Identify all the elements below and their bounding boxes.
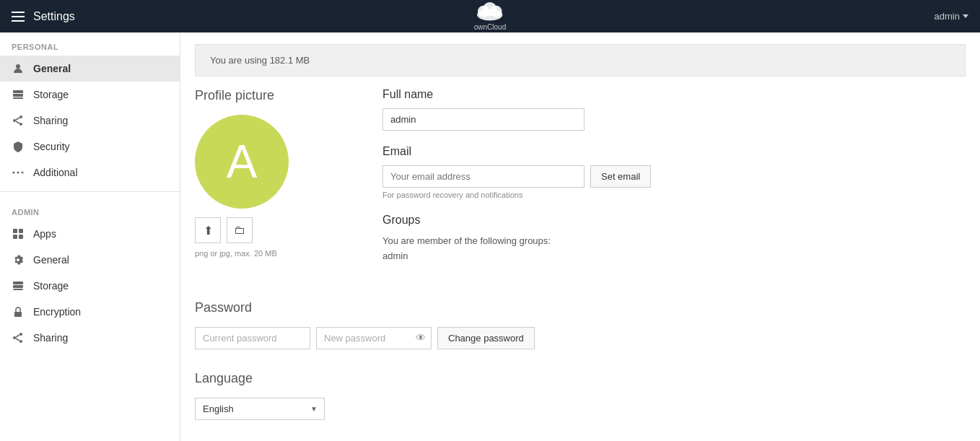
sidebar-item-admin-storage[interactable]: Storage [0, 273, 180, 299]
avatar-actions: ⬆ 🗀 [195, 217, 339, 243]
language-section: Language English German French [195, 371, 966, 420]
sidebar-item-additional[interactable]: Additional [0, 160, 180, 185]
svg-point-15 [22, 172, 24, 174]
sidebar-item-apps-label: Apps [33, 228, 56, 240]
change-password-button[interactable]: Change password [437, 327, 535, 349]
sidebar-item-admin-storage-label: Storage [33, 280, 69, 292]
apps-icon [12, 227, 25, 240]
menu-button[interactable] [12, 12, 25, 22]
svg-rect-19 [19, 235, 23, 239]
sidebar-item-storage-label: Storage [33, 89, 69, 100]
storage-icon-admin [12, 279, 25, 292]
password-row: 👁 Change password [195, 327, 966, 349]
language-select-wrap: English German French [195, 398, 325, 420]
sidebar-item-sharing[interactable]: Sharing [0, 108, 180, 134]
toggle-password-icon[interactable]: 👁 [416, 332, 426, 344]
svg-point-24 [19, 333, 22, 336]
user-label: admin [935, 11, 960, 22]
admin-section-label: Admin [0, 198, 180, 221]
usage-text: You are using 182.1 MB [210, 55, 310, 66]
sidebar-item-sharing-label: Sharing [33, 115, 68, 126]
svg-point-13 [13, 172, 15, 174]
full-name-input[interactable] [382, 108, 585, 131]
sidebar-item-admin-general[interactable]: General [0, 247, 180, 273]
sidebar-item-apps[interactable]: Apps [0, 221, 180, 247]
svg-rect-20 [13, 281, 23, 284]
svg-line-12 [16, 121, 19, 123]
svg-rect-22 [13, 289, 23, 290]
usage-banner: You are using 182.1 MB [195, 44, 966, 77]
gear-icon [12, 253, 25, 266]
storage-icon [12, 88, 25, 101]
sidebar-item-storage[interactable]: Storage [0, 82, 180, 108]
sidebar-item-general-label: General [33, 63, 71, 74]
svg-point-8 [19, 115, 22, 118]
svg-point-3 [483, 2, 496, 16]
svg-point-4 [16, 64, 20, 69]
sidebar-item-additional-label: Additional [33, 167, 78, 178]
svg-point-26 [19, 340, 22, 343]
new-password-input[interactable] [316, 327, 432, 349]
password-section: Password 👁 Change password [195, 300, 966, 349]
profile-picture-area: Profile picture A ⬆ 🗀 png or jpg, max. 2… [195, 88, 339, 279]
dots-icon [12, 166, 25, 179]
user-menu-caret [963, 14, 968, 18]
profile-picture-label: Profile picture [195, 88, 339, 103]
svg-rect-21 [13, 285, 23, 288]
groups-text: You are member of the following groups: [382, 234, 966, 249]
app-title: Settings [33, 10, 75, 23]
groups-group: Groups You are member of the following g… [382, 214, 966, 264]
email-input[interactable] [382, 165, 585, 188]
svg-line-28 [16, 339, 19, 341]
avatar: A [195, 115, 289, 209]
main-content: You are using 182.1 MB Profile picture A… [180, 32, 980, 441]
profile-fields: Full name Email Set email For password r… [382, 88, 966, 279]
logo: ownCloud [474, 2, 506, 31]
sidebar-item-admin-sharing[interactable]: Sharing [0, 325, 180, 351]
sidebar-item-encryption[interactable]: Encryption [0, 299, 180, 325]
groups-value: admin [382, 249, 966, 264]
sidebar-item-encryption-label: Encryption [33, 306, 81, 318]
svg-rect-6 [13, 94, 23, 97]
svg-point-9 [13, 119, 16, 122]
sharing-icon [12, 114, 25, 127]
svg-rect-5 [13, 90, 23, 93]
shield-icon [12, 140, 25, 153]
svg-point-14 [17, 172, 19, 174]
avatar-hint: png or jpg, max. 20 MB [195, 249, 339, 258]
svg-rect-23 [14, 312, 22, 317]
sidebar-item-security[interactable]: Security [0, 134, 180, 160]
language-select[interactable]: English German French [195, 398, 325, 420]
sidebar-item-admin-general-label: General [33, 254, 69, 266]
svg-rect-7 [13, 97, 23, 99]
language-label: Language [195, 371, 966, 386]
email-label: Email [382, 145, 966, 158]
current-password-input[interactable] [195, 327, 310, 349]
svg-point-25 [13, 336, 16, 339]
lock-icon [12, 305, 25, 318]
person-icon [12, 62, 25, 75]
password-label: Password [195, 300, 966, 315]
avatar-upload-button[interactable]: ⬆ [195, 217, 221, 243]
sidebar-item-admin-sharing-label: Sharing [33, 332, 68, 344]
groups-label: Groups [382, 214, 966, 227]
svg-rect-18 [13, 235, 17, 239]
svg-line-27 [16, 335, 19, 337]
svg-point-10 [19, 123, 22, 126]
set-email-button[interactable]: Set email [590, 165, 651, 188]
full-name-label: Full name [382, 88, 966, 101]
avatar-folder-button[interactable]: 🗀 [227, 217, 253, 243]
profile-section: Profile picture A ⬆ 🗀 png or jpg, max. 2… [195, 88, 966, 279]
email-hint: For password recovery and notifications [382, 191, 966, 199]
svg-line-11 [16, 118, 19, 120]
email-group: Email Set email For password recovery an… [382, 145, 966, 199]
sidebar: Personal General Storage Sharing Securit… [0, 32, 180, 441]
sidebar-divider [0, 191, 180, 192]
user-menu[interactable]: admin [935, 11, 968, 22]
sidebar-item-general[interactable]: General [0, 56, 180, 82]
avatar-letter: A [227, 135, 258, 188]
personal-section-label: Personal [0, 32, 180, 56]
full-name-group: Full name [382, 88, 966, 131]
new-password-wrap: 👁 [316, 327, 432, 349]
topbar: Settings ownCloud admin [0, 0, 980, 32]
